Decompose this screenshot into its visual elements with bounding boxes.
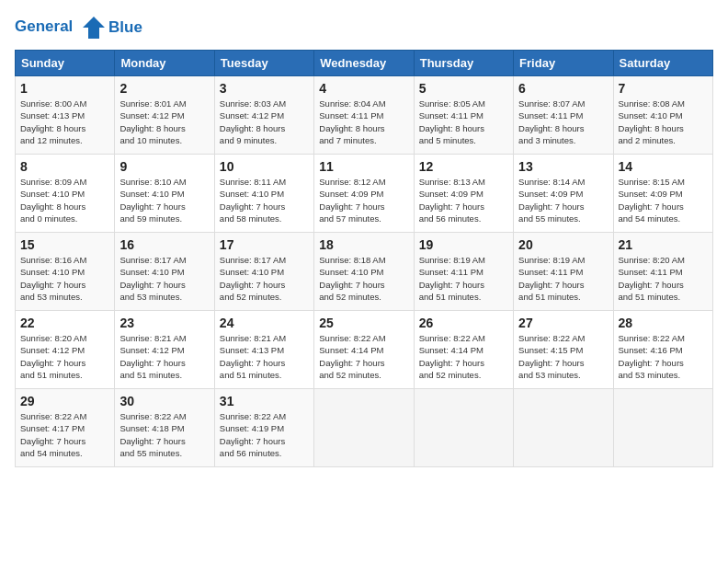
- day-number: 12: [419, 159, 508, 174]
- day-number: 19: [419, 237, 508, 252]
- day-info: Sunrise: 8:09 AMSunset: 4:10 PMDaylight:…: [20, 176, 109, 224]
- calendar-cell: 24Sunrise: 8:21 AMSunset: 4:13 PMDayligh…: [214, 311, 313, 389]
- page-header: General Blue: [15, 15, 713, 40]
- day-info: Sunrise: 8:21 AMSunset: 4:13 PMDaylight:…: [220, 332, 309, 381]
- day-info: Sunrise: 8:11 AMSunset: 4:10 PMDaylight:…: [220, 176, 309, 224]
- calendar-cell: 10Sunrise: 8:11 AMSunset: 4:10 PMDayligh…: [214, 155, 313, 233]
- calendar-cell: 23Sunrise: 8:21 AMSunset: 4:12 PMDayligh…: [115, 311, 214, 389]
- svg-marker-0: [83, 17, 105, 39]
- logo: General Blue: [15, 15, 142, 40]
- day-info: Sunrise: 8:13 AMSunset: 4:09 PMDaylight:…: [419, 176, 508, 224]
- day-number: 22: [20, 316, 109, 330]
- calendar-cell: 4Sunrise: 8:04 AMSunset: 4:11 PMDaylight…: [314, 76, 414, 155]
- day-number: 28: [619, 316, 708, 330]
- calendar-cell: 31Sunrise: 8:22 AMSunset: 4:19 PMDayligh…: [214, 389, 313, 467]
- day-info: Sunrise: 8:19 AMSunset: 4:11 PMDaylight:…: [419, 254, 508, 303]
- column-header-thursday: Thursday: [414, 51, 513, 76]
- day-info: Sunrise: 8:18 AMSunset: 4:10 PMDaylight:…: [319, 254, 408, 303]
- calendar-cell: 20Sunrise: 8:19 AMSunset: 4:11 PMDayligh…: [514, 233, 613, 311]
- calendar-cell: 30Sunrise: 8:22 AMSunset: 4:18 PMDayligh…: [115, 389, 214, 467]
- day-number: 9: [119, 159, 209, 174]
- calendar-cell: 15Sunrise: 8:16 AMSunset: 4:10 PMDayligh…: [16, 233, 115, 311]
- day-number: 21: [619, 237, 708, 252]
- day-info: Sunrise: 8:05 AMSunset: 4:11 PMDaylight:…: [419, 98, 508, 146]
- day-info: Sunrise: 8:12 AMSunset: 4:09 PMDaylight:…: [319, 176, 408, 224]
- day-number: 8: [20, 159, 109, 174]
- day-number: 31: [220, 394, 309, 408]
- calendar-cell: 27Sunrise: 8:22 AMSunset: 4:15 PMDayligh…: [514, 311, 613, 389]
- calendar-cell: 2Sunrise: 8:01 AMSunset: 4:12 PMDaylight…: [115, 76, 214, 155]
- day-info: Sunrise: 8:21 AMSunset: 4:12 PMDaylight:…: [119, 332, 209, 381]
- calendar-cell: 5Sunrise: 8:05 AMSunset: 4:11 PMDaylight…: [414, 76, 513, 155]
- calendar-cell: 13Sunrise: 8:14 AMSunset: 4:09 PMDayligh…: [514, 155, 613, 233]
- day-number: 1: [20, 81, 109, 96]
- logo-general: General: [15, 17, 73, 35]
- day-number: 11: [319, 159, 408, 174]
- calendar-cell: 28Sunrise: 8:22 AMSunset: 4:16 PMDayligh…: [613, 311, 712, 389]
- calendar-cell: 22Sunrise: 8:20 AMSunset: 4:12 PMDayligh…: [16, 311, 115, 389]
- calendar-cell: 16Sunrise: 8:17 AMSunset: 4:10 PMDayligh…: [115, 233, 214, 311]
- day-info: Sunrise: 8:22 AMSunset: 4:16 PMDaylight:…: [619, 332, 708, 381]
- column-header-saturday: Saturday: [613, 51, 712, 76]
- day-number: 14: [619, 159, 708, 174]
- day-number: 29: [20, 394, 109, 408]
- day-info: Sunrise: 8:15 AMSunset: 4:09 PMDaylight:…: [619, 176, 708, 224]
- calendar-cell: 8Sunrise: 8:09 AMSunset: 4:10 PMDaylight…: [16, 155, 115, 233]
- day-info: Sunrise: 8:22 AMSunset: 4:15 PMDaylight:…: [518, 332, 608, 381]
- calendar-cell: 26Sunrise: 8:22 AMSunset: 4:14 PMDayligh…: [414, 311, 513, 389]
- day-number: 30: [119, 394, 209, 408]
- day-info: Sunrise: 8:19 AMSunset: 4:11 PMDaylight:…: [518, 254, 608, 303]
- day-info: Sunrise: 8:00 AMSunset: 4:13 PMDaylight:…: [20, 98, 109, 146]
- column-header-sunday: Sunday: [16, 51, 115, 76]
- day-number: 20: [518, 237, 608, 252]
- calendar-cell: [414, 389, 513, 467]
- day-info: Sunrise: 8:17 AMSunset: 4:10 PMDaylight:…: [119, 254, 209, 303]
- day-number: 4: [319, 81, 408, 96]
- column-header-tuesday: Tuesday: [214, 51, 313, 76]
- day-info: Sunrise: 8:17 AMSunset: 4:10 PMDaylight:…: [220, 254, 309, 303]
- day-number: 2: [119, 81, 209, 96]
- calendar-cell: 9Sunrise: 8:10 AMSunset: 4:10 PMDaylight…: [115, 155, 214, 233]
- calendar-cell: 3Sunrise: 8:03 AMSunset: 4:12 PMDaylight…: [214, 76, 313, 155]
- day-info: Sunrise: 8:20 AMSunset: 4:12 PMDaylight:…: [20, 332, 109, 381]
- calendar-cell: 7Sunrise: 8:08 AMSunset: 4:10 PMDaylight…: [613, 76, 712, 155]
- day-number: 17: [220, 237, 309, 252]
- calendar-cell: 29Sunrise: 8:22 AMSunset: 4:17 PMDayligh…: [16, 389, 115, 467]
- calendar-cell: 12Sunrise: 8:13 AMSunset: 4:09 PMDayligh…: [414, 155, 513, 233]
- day-number: 10: [220, 159, 309, 174]
- day-info: Sunrise: 8:22 AMSunset: 4:14 PMDaylight:…: [419, 332, 508, 381]
- day-info: Sunrise: 8:22 AMSunset: 4:19 PMDaylight:…: [220, 410, 309, 459]
- day-info: Sunrise: 8:08 AMSunset: 4:10 PMDaylight:…: [619, 98, 708, 146]
- day-info: Sunrise: 8:01 AMSunset: 4:12 PMDaylight:…: [119, 98, 209, 146]
- day-info: Sunrise: 8:10 AMSunset: 4:10 PMDaylight:…: [119, 176, 209, 224]
- calendar-cell: [314, 389, 414, 467]
- column-header-wednesday: Wednesday: [314, 51, 414, 76]
- calendar-cell: 25Sunrise: 8:22 AMSunset: 4:14 PMDayligh…: [314, 311, 414, 389]
- calendar-cell: 17Sunrise: 8:17 AMSunset: 4:10 PMDayligh…: [214, 233, 313, 311]
- day-number: 27: [518, 316, 608, 330]
- day-number: 6: [518, 81, 608, 96]
- day-info: Sunrise: 8:14 AMSunset: 4:09 PMDaylight:…: [518, 176, 608, 224]
- column-header-friday: Friday: [514, 51, 613, 76]
- day-info: Sunrise: 8:03 AMSunset: 4:12 PMDaylight:…: [220, 98, 309, 146]
- day-number: 16: [119, 237, 209, 252]
- calendar-cell: 18Sunrise: 8:18 AMSunset: 4:10 PMDayligh…: [314, 233, 414, 311]
- day-number: 24: [220, 316, 309, 330]
- logo-blue: Blue: [108, 19, 142, 37]
- day-number: 18: [319, 237, 408, 252]
- calendar-cell: 6Sunrise: 8:07 AMSunset: 4:11 PMDaylight…: [514, 76, 613, 155]
- day-number: 23: [119, 316, 209, 330]
- day-number: 5: [419, 81, 508, 96]
- day-info: Sunrise: 8:04 AMSunset: 4:11 PMDaylight:…: [319, 98, 408, 146]
- calendar-table: SundayMondayTuesdayWednesdayThursdayFrid…: [15, 50, 713, 467]
- day-info: Sunrise: 8:22 AMSunset: 4:14 PMDaylight:…: [319, 332, 408, 381]
- day-number: 7: [619, 81, 708, 96]
- column-header-monday: Monday: [115, 51, 214, 76]
- day-info: Sunrise: 8:07 AMSunset: 4:11 PMDaylight:…: [518, 98, 608, 146]
- calendar-cell: 21Sunrise: 8:20 AMSunset: 4:11 PMDayligh…: [613, 233, 712, 311]
- calendar-cell: [613, 389, 712, 467]
- day-info: Sunrise: 8:20 AMSunset: 4:11 PMDaylight:…: [619, 254, 708, 303]
- calendar-cell: 1Sunrise: 8:00 AMSunset: 4:13 PMDaylight…: [16, 76, 115, 155]
- calendar-cell: 14Sunrise: 8:15 AMSunset: 4:09 PMDayligh…: [613, 155, 712, 233]
- day-number: 13: [518, 159, 608, 174]
